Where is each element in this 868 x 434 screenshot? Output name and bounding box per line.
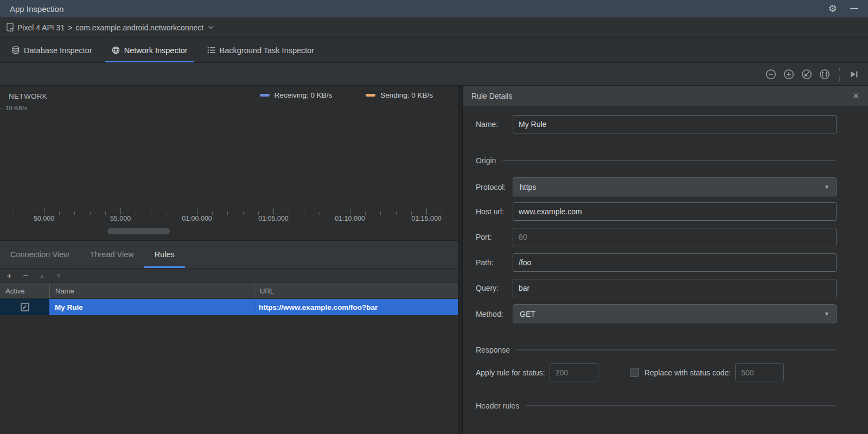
tab-rules[interactable]: Rules [144,241,185,268]
protocol-select[interactable]: https ▼ [513,177,837,196]
rule-details-panel: Rule Details ✕ Name: Origin Protocol: ht… [463,86,868,434]
chart-legend: Receiving: 0 KB/s Sending: 0 KB/s [260,91,433,99]
title-bar: App Inspection ⚙ [0,0,868,17]
receiving-swatch [260,94,270,97]
origin-section-label: Origin [476,156,496,165]
tab-database-inspector[interactable]: Database Inspector [4,38,100,62]
method-label: Method: [476,310,513,318]
tick-label: 01:15.000 [411,215,442,222]
major-tick [120,208,121,215]
name-row: Name: [476,115,837,133]
device-separator: > [68,23,72,32]
legend-label: Receiving: 0 KB/s [275,91,333,99]
chevron-down-icon [208,25,214,29]
tab-network-inspector[interactable]: Network Inspector [104,38,195,62]
query-label: Query: [476,284,513,292]
column-header-url[interactable]: URL [254,283,458,298]
table-row[interactable]: ✓ My Rule https://www.example.com/foo?ba… [0,299,458,315]
chart-title: NETWORK [9,92,47,100]
device-name: Pixel 4 API 31 [17,23,65,32]
network-chart: NETWORK Receiving: 0 KB/s Sending: 0 KB/… [0,86,458,240]
protocol-value: https [520,183,536,192]
remove-rule-button[interactable]: − [23,271,28,280]
major-tick [44,208,44,215]
path-label: Path: [476,258,513,267]
tab-label: Thread View [90,250,134,259]
tick-label: 01:10.000 [335,215,365,222]
rule-name-cell[interactable]: My Rule [49,299,254,315]
replace-status-label: Replace with status code: [644,368,731,377]
network-panel: NETWORK Receiving: 0 KB/s Sending: 0 KB/… [0,86,458,434]
rule-url-cell[interactable]: https://www.example.com/foo?bar [254,299,458,315]
replace-status-input[interactable] [735,363,784,381]
tab-background-task-inspector[interactable]: Background Task Inspector [200,38,322,62]
globe-icon [112,46,120,54]
major-tick [350,208,350,215]
section-divider [516,349,835,350]
minimize-icon[interactable] [850,8,858,9]
move-rule-down-button[interactable]: ▼ [56,273,62,279]
name-label: Name: [476,120,513,129]
move-rule-up-button[interactable]: ▲ [39,273,45,279]
tab-label: Network Inspector [124,46,188,55]
method-select[interactable]: GET ▼ [513,304,837,323]
reset-zoom-icon[interactable] [801,68,813,80]
major-tick [426,208,427,215]
header-rules-section: Header rules [476,401,835,410]
tab-label: Background Task Inspector [220,46,315,55]
jump-to-live-icon[interactable] [848,69,859,80]
port-label: Port: [476,233,513,241]
panel-splitter[interactable] [458,86,463,434]
rule-active-checkbox[interactable]: ✓ [21,303,29,311]
apply-status-input[interactable] [550,363,598,381]
zoom-to-selection-icon[interactable] [819,68,831,80]
zoom-in-icon[interactable] [783,68,795,80]
apply-status-label: Apply rule for status: [476,368,545,377]
host-row: Host url: [476,202,837,221]
status-code-row: Apply rule for status: Replace with stat… [476,363,838,381]
header-rules-label: Header rules [476,401,519,410]
zoom-out-icon[interactable] [765,68,777,80]
path-row: Path: [476,253,837,272]
close-icon[interactable]: ✕ [852,91,859,101]
rules-table-header: Active Name URL [0,283,458,299]
timeline-toolbar [0,63,868,86]
path-input[interactable] [513,253,837,272]
window-title: App Inspection [10,4,63,14]
y-axis-label: 10 KB/s [5,105,27,111]
port-row: Port: [476,228,837,246]
port-input[interactable] [513,228,837,246]
query-input[interactable] [513,279,837,297]
section-divider [526,405,835,406]
y-axis-tick [0,108,3,108]
process-name: com.example.android.networkconnect [75,23,203,32]
query-row: Query: [476,279,837,297]
tick-label: 01:00.000 [182,215,212,222]
method-row: Method: GET ▼ [476,304,837,323]
add-rule-button[interactable]: + [7,271,12,280]
response-section: Response [476,346,835,354]
protocol-row: Protocol: https ▼ [476,177,837,196]
legend-receiving: Receiving: 0 KB/s [260,91,333,99]
timeline-scrollbar-thumb[interactable] [107,228,170,234]
host-url-input[interactable] [513,202,837,221]
view-tab-bar: Connection View Thread View Rules [0,240,458,269]
column-header-name[interactable]: Name [49,283,254,298]
major-tick [197,208,197,215]
rule-name-input[interactable] [513,115,837,133]
tick-label: 55.000 [110,215,131,222]
device-phone-icon [7,23,14,32]
rule-details-header: Rule Details ✕ [463,86,868,106]
content-area: NETWORK Receiving: 0 KB/s Sending: 0 KB/… [0,86,868,434]
settings-gear-icon[interactable]: ⚙ [828,4,837,14]
inspector-tab-strip: Database Inspector Network Inspector B [0,38,868,63]
response-section-label: Response [476,346,510,354]
legend-sending: Sending: 0 KB/s [366,91,433,99]
replace-status-checkbox[interactable] [630,368,639,377]
column-header-active[interactable]: Active [0,283,49,298]
tab-thread-view[interactable]: Thread View [80,241,144,268]
tab-connection-view[interactable]: Connection View [0,241,80,268]
sending-swatch [366,94,375,97]
device-process-selector[interactable]: Pixel 4 API 31 > com.example.android.net… [0,17,868,38]
tab-label: Connection View [10,250,69,259]
